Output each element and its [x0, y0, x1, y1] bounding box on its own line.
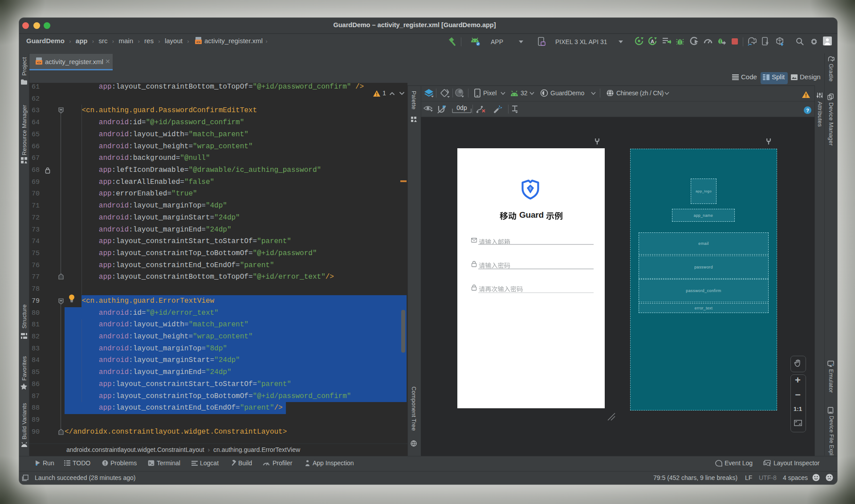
svg-text:?: ? [806, 108, 809, 113]
svg-text:A: A [651, 39, 654, 44]
svg-text:0dp: 0dp [456, 104, 467, 111]
svg-text:<>: <> [196, 40, 201, 44]
svg-text:<>: <> [37, 61, 41, 65]
